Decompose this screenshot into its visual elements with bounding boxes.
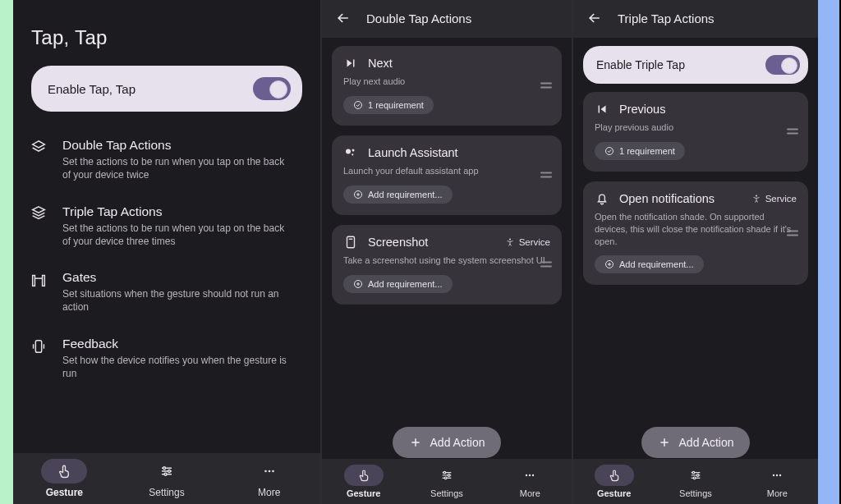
menu-triple-tap-title: Triple Tap Actions bbox=[62, 204, 292, 220]
service-badge: Service bbox=[751, 194, 797, 204]
enable-triple-tap-card[interactable]: Enable Triple Tap bbox=[583, 46, 808, 84]
action-open-notifications-title: Open notifications bbox=[619, 192, 715, 205]
menu-double-tap-sub: Set the actions to be run when you tap o… bbox=[62, 155, 292, 181]
menu-triple-tap[interactable]: Triple Tap Actions Set the actions to be… bbox=[30, 193, 304, 259]
chip-add-requirement[interactable]: Add requirement... bbox=[343, 186, 453, 204]
gates-icon bbox=[30, 269, 48, 314]
drag-handle-icon[interactable] bbox=[540, 262, 552, 268]
nav-settings[interactable]: Settings bbox=[405, 459, 488, 504]
action-card-previous[interactable]: Previous Play previous audio 1 requireme… bbox=[583, 92, 808, 172]
drag-handle-icon[interactable] bbox=[787, 231, 798, 236]
drag-handle-icon[interactable] bbox=[540, 172, 552, 178]
action-screenshot-title: Screenshot bbox=[368, 236, 428, 249]
action-assistant-title: Launch Assistant bbox=[368, 146, 458, 159]
action-assistant-sub: Launch your default assistant app bbox=[343, 165, 550, 177]
svg-point-27 bbox=[696, 474, 699, 477]
svg-point-4 bbox=[168, 470, 171, 473]
svg-point-9 bbox=[355, 101, 362, 108]
menu-gates[interactable]: Gates Set situations when the gesture sh… bbox=[30, 259, 304, 325]
action-next-sub: Play next audio bbox=[343, 76, 550, 88]
enable-taptap-card[interactable]: Enable Tap, Tap bbox=[31, 66, 302, 112]
menu-feedback[interactable]: Feedback Set how the device notifies you… bbox=[30, 325, 304, 392]
action-open-notifications-sub: Open the notification shade. On supporte… bbox=[595, 211, 797, 248]
svg-point-31 bbox=[779, 474, 781, 476]
enable-triple-tap-label: Enable Triple Tap bbox=[596, 58, 685, 71]
action-card-open-notifications[interactable]: Open notifications Service Open the noti… bbox=[583, 181, 808, 286]
action-previous-title: Previous bbox=[619, 103, 665, 116]
nav-gesture[interactable]: Gesture bbox=[13, 453, 116, 504]
right-decorative-strip bbox=[818, 0, 839, 504]
nav-more[interactable]: More bbox=[218, 453, 320, 504]
svg-point-23 bbox=[606, 147, 614, 154]
chip-add-requirement[interactable]: Add requirement... bbox=[595, 255, 704, 273]
gesture-icon bbox=[357, 469, 370, 482]
svg-rect-0 bbox=[33, 276, 35, 286]
svg-rect-1 bbox=[43, 276, 45, 286]
nav-gesture[interactable]: Gesture bbox=[322, 459, 405, 504]
svg-point-26 bbox=[692, 471, 695, 474]
drag-handle-icon[interactable] bbox=[787, 129, 798, 135]
header-triple-tap: Triple Tap Actions bbox=[573, 0, 818, 38]
action-screenshot-sub: Take a screenshot using the system scree… bbox=[343, 254, 550, 267]
bell-icon bbox=[595, 191, 609, 206]
gesture-icon bbox=[57, 464, 71, 479]
service-badge: Service bbox=[505, 237, 550, 247]
screen-main: Tap, Tap Enable Tap, Tap Double Tap Acti… bbox=[13, 0, 320, 504]
more-icon bbox=[523, 469, 536, 482]
plus-circle-icon bbox=[604, 259, 614, 269]
nav-more[interactable]: More bbox=[489, 459, 572, 504]
add-action-button[interactable]: Add Action bbox=[393, 427, 502, 458]
menu-feedback-sub: Set how the device notifies you when the… bbox=[62, 354, 292, 380]
nav-settings[interactable]: Settings bbox=[655, 459, 736, 504]
action-previous-sub: Play previous audio bbox=[595, 121, 797, 134]
svg-point-15 bbox=[509, 238, 511, 240]
settings-icon bbox=[159, 464, 174, 479]
svg-point-7 bbox=[268, 470, 270, 473]
action-card-screenshot[interactable]: Screenshot Service Take a screenshot usi… bbox=[332, 225, 562, 305]
nav-settings[interactable]: Settings bbox=[116, 453, 218, 504]
enable-taptap-toggle[interactable] bbox=[253, 77, 291, 100]
svg-rect-14 bbox=[347, 236, 355, 248]
action-card-next[interactable]: Next Play next audio 1 requirement bbox=[332, 46, 562, 126]
svg-point-5 bbox=[164, 473, 167, 475]
chip-requirement[interactable]: 1 requirement bbox=[343, 96, 434, 114]
svg-point-22 bbox=[532, 474, 534, 476]
nav-gesture[interactable]: Gesture bbox=[573, 459, 655, 504]
enable-triple-tap-toggle[interactable] bbox=[765, 55, 800, 75]
menu-double-tap[interactable]: Double Tap Actions Set the actions to be… bbox=[30, 126, 304, 193]
bottom-nav: Gesture Settings More bbox=[13, 453, 320, 504]
add-action-button[interactable]: Add Action bbox=[641, 427, 751, 458]
triple-tap-icon bbox=[30, 204, 48, 249]
svg-point-21 bbox=[529, 474, 531, 476]
drag-handle-icon[interactable] bbox=[540, 83, 552, 89]
chip-requirement[interactable]: 1 requirement bbox=[595, 142, 685, 160]
left-decorative-strip bbox=[0, 0, 13, 504]
nav-more-label: More bbox=[258, 487, 280, 498]
header-triple-tap-title: Triple Tap Actions bbox=[618, 11, 715, 25]
header-double-tap-title: Double Tap Actions bbox=[366, 11, 471, 25]
chip-add-requirement[interactable]: Add requirement... bbox=[343, 275, 453, 293]
enable-taptap-label: Enable Tap, Tap bbox=[48, 82, 136, 96]
assistant-icon bbox=[343, 145, 358, 160]
svg-point-24 bbox=[756, 195, 757, 196]
skip-previous-icon bbox=[595, 102, 609, 117]
back-icon[interactable] bbox=[586, 10, 603, 26]
nav-more[interactable]: More bbox=[737, 459, 818, 504]
double-tap-icon bbox=[30, 137, 48, 182]
menu-gates-title: Gates bbox=[62, 269, 292, 286]
svg-point-11 bbox=[352, 149, 355, 151]
action-card-assistant[interactable]: Launch Assistant Launch your default ass… bbox=[332, 135, 562, 215]
menu-gates-sub: Set situations when the gesture should n… bbox=[62, 287, 292, 314]
menu-double-tap-title: Double Tap Actions bbox=[62, 137, 292, 153]
settings-icon bbox=[440, 469, 453, 482]
plus-icon bbox=[658, 436, 671, 449]
feedback-icon bbox=[30, 336, 48, 381]
plus-circle-icon bbox=[353, 190, 363, 199]
accessibility-icon bbox=[751, 194, 761, 204]
skip-next-icon bbox=[343, 56, 358, 71]
svg-point-10 bbox=[346, 149, 351, 153]
back-icon[interactable] bbox=[335, 10, 352, 26]
header-double-tap: Double Tap Actions bbox=[322, 0, 572, 38]
more-icon bbox=[770, 469, 784, 482]
settings-icon bbox=[689, 469, 702, 482]
